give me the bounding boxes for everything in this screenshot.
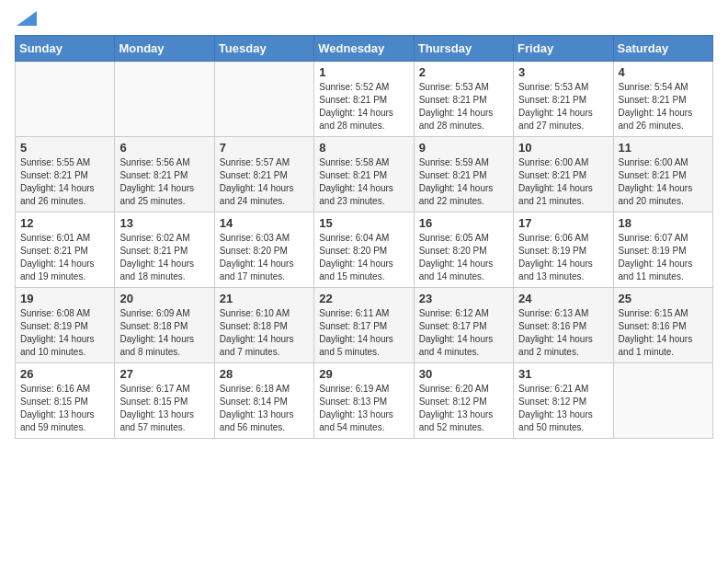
day-info: Sunrise: 6:01 AM Sunset: 8:21 PM Dayligh… [20,232,109,283]
day-info: Sunrise: 6:08 AM Sunset: 8:19 PM Dayligh… [20,307,109,359]
day-info: Sunrise: 6:21 AM Sunset: 8:12 PM Dayligh… [518,383,608,434]
calendar-cell: 8Sunrise: 5:58 AM Sunset: 8:21 PM Daylig… [314,137,414,213]
day-number: 16 [419,216,508,230]
day-number: 8 [319,141,408,155]
day-number: 13 [119,216,209,230]
calendar-header-row: SundayMondayTuesdayWednesdayThursdayFrid… [16,36,713,62]
calendar-week-row: 1Sunrise: 5:52 AM Sunset: 8:21 PM Daylig… [16,62,713,137]
calendar-cell: 19Sunrise: 6:08 AM Sunset: 8:19 PM Dayli… [16,288,115,363]
calendar-cell: 23Sunrise: 6:12 AM Sunset: 8:17 PM Dayli… [414,288,513,363]
calendar-cell [16,62,115,137]
logo [15,15,37,26]
calendar-cell [613,363,712,439]
calendar-cell: 1Sunrise: 5:52 AM Sunset: 8:21 PM Daylig… [314,62,414,137]
day-number: 10 [518,141,608,155]
svg-marker-0 [17,11,37,26]
calendar-cell: 14Sunrise: 6:03 AM Sunset: 8:20 PM Dayli… [214,213,313,288]
day-info: Sunrise: 6:15 AM Sunset: 8:16 PM Dayligh… [619,307,708,359]
day-info: Sunrise: 5:53 AM Sunset: 8:21 PM Dayligh… [419,81,508,132]
weekday-header: Wednesday [314,36,414,62]
day-info: Sunrise: 5:53 AM Sunset: 8:21 PM Dayligh… [518,81,608,132]
day-number: 2 [419,65,508,79]
calendar-body: 1Sunrise: 5:52 AM Sunset: 8:21 PM Daylig… [16,62,713,439]
day-info: Sunrise: 6:10 AM Sunset: 8:18 PM Dayligh… [220,307,309,359]
day-number: 26 [20,367,109,381]
day-info: Sunrise: 5:57 AM Sunset: 8:21 PM Dayligh… [220,156,309,208]
day-number: 4 [619,65,708,79]
weekday-header: Thursday [414,36,513,62]
calendar-cell: 18Sunrise: 6:07 AM Sunset: 8:19 PM Dayli… [613,213,712,288]
day-info: Sunrise: 6:00 AM Sunset: 8:21 PM Dayligh… [619,156,708,208]
calendar-cell: 28Sunrise: 6:18 AM Sunset: 8:14 PM Dayli… [214,363,313,439]
day-number: 1 [319,65,408,79]
weekday-header: Tuesday [214,36,313,62]
day-number: 15 [319,216,408,230]
day-number: 12 [20,216,109,230]
day-info: Sunrise: 5:54 AM Sunset: 8:21 PM Dayligh… [619,81,708,132]
calendar-cell: 2Sunrise: 5:53 AM Sunset: 8:21 PM Daylig… [414,62,513,137]
calendar-cell: 4Sunrise: 5:54 AM Sunset: 8:21 PM Daylig… [613,62,712,137]
calendar-cell: 29Sunrise: 6:19 AM Sunset: 8:13 PM Dayli… [314,363,414,439]
day-number: 11 [619,141,708,155]
calendar-cell: 31Sunrise: 6:21 AM Sunset: 8:12 PM Dayli… [514,363,613,439]
calendar-cell: 3Sunrise: 5:53 AM Sunset: 8:21 PM Daylig… [514,62,613,137]
weekday-header: Sunday [16,36,115,62]
day-info: Sunrise: 6:16 AM Sunset: 8:15 PM Dayligh… [20,383,109,434]
weekday-header: Friday [514,36,613,62]
day-number: 21 [220,292,309,305]
calendar-cell: 7Sunrise: 5:57 AM Sunset: 8:21 PM Daylig… [214,137,313,213]
calendar-week-row: 26Sunrise: 6:16 AM Sunset: 8:15 PM Dayli… [16,363,713,439]
day-number: 5 [20,141,109,155]
day-number: 24 [518,292,608,305]
calendar-cell: 20Sunrise: 6:09 AM Sunset: 8:18 PM Dayli… [115,288,214,363]
day-info: Sunrise: 6:07 AM Sunset: 8:19 PM Dayligh… [619,232,708,283]
calendar-cell: 13Sunrise: 6:02 AM Sunset: 8:21 PM Dayli… [115,213,214,288]
calendar-cell: 21Sunrise: 6:10 AM Sunset: 8:18 PM Dayli… [214,288,313,363]
day-info: Sunrise: 5:56 AM Sunset: 8:21 PM Dayligh… [119,156,209,208]
logo-icon [17,11,37,26]
day-info: Sunrise: 6:18 AM Sunset: 8:14 PM Dayligh… [220,383,309,434]
calendar-cell: 11Sunrise: 6:00 AM Sunset: 8:21 PM Dayli… [613,137,712,213]
calendar-cell: 24Sunrise: 6:13 AM Sunset: 8:16 PM Dayli… [514,288,613,363]
calendar-week-row: 19Sunrise: 6:08 AM Sunset: 8:19 PM Dayli… [16,288,713,363]
calendar-cell: 5Sunrise: 5:55 AM Sunset: 8:21 PM Daylig… [16,137,115,213]
calendar-cell: 12Sunrise: 6:01 AM Sunset: 8:21 PM Dayli… [16,213,115,288]
day-info: Sunrise: 6:02 AM Sunset: 8:21 PM Dayligh… [119,232,209,283]
day-info: Sunrise: 6:03 AM Sunset: 8:20 PM Dayligh… [220,232,309,283]
calendar-cell: 9Sunrise: 5:59 AM Sunset: 8:21 PM Daylig… [414,137,513,213]
calendar-table: SundayMondayTuesdayWednesdayThursdayFrid… [15,35,713,439]
day-number: 27 [119,367,209,381]
day-number: 29 [319,367,408,381]
page-header [15,15,713,26]
day-number: 3 [518,65,608,79]
day-info: Sunrise: 6:13 AM Sunset: 8:16 PM Dayligh… [518,307,608,359]
day-number: 6 [119,141,209,155]
day-number: 7 [220,141,309,155]
day-info: Sunrise: 6:11 AM Sunset: 8:17 PM Dayligh… [319,307,408,359]
calendar-cell: 10Sunrise: 6:00 AM Sunset: 8:21 PM Dayli… [514,137,613,213]
day-info: Sunrise: 6:12 AM Sunset: 8:17 PM Dayligh… [419,307,508,359]
day-number: 20 [119,292,209,305]
calendar-cell [115,62,214,137]
day-number: 9 [419,141,508,155]
day-info: Sunrise: 6:06 AM Sunset: 8:19 PM Dayligh… [518,232,608,283]
calendar-cell: 17Sunrise: 6:06 AM Sunset: 8:19 PM Dayli… [514,213,613,288]
weekday-header: Monday [115,36,214,62]
day-info: Sunrise: 6:00 AM Sunset: 8:21 PM Dayligh… [518,156,608,208]
calendar-cell: 30Sunrise: 6:20 AM Sunset: 8:12 PM Dayli… [414,363,513,439]
day-info: Sunrise: 6:04 AM Sunset: 8:20 PM Dayligh… [319,232,408,283]
day-info: Sunrise: 6:20 AM Sunset: 8:12 PM Dayligh… [419,383,508,434]
day-info: Sunrise: 5:52 AM Sunset: 8:21 PM Dayligh… [319,81,408,132]
day-number: 22 [319,292,408,305]
day-info: Sunrise: 6:17 AM Sunset: 8:15 PM Dayligh… [119,383,209,434]
day-number: 17 [518,216,608,230]
calendar-cell: 6Sunrise: 5:56 AM Sunset: 8:21 PM Daylig… [115,137,214,213]
calendar-cell: 26Sunrise: 6:16 AM Sunset: 8:15 PM Dayli… [16,363,115,439]
calendar-cell: 27Sunrise: 6:17 AM Sunset: 8:15 PM Dayli… [115,363,214,439]
day-number: 30 [419,367,508,381]
calendar-week-row: 5Sunrise: 5:55 AM Sunset: 8:21 PM Daylig… [16,137,713,213]
weekday-header: Saturday [613,36,712,62]
calendar-week-row: 12Sunrise: 6:01 AM Sunset: 8:21 PM Dayli… [16,213,713,288]
day-info: Sunrise: 6:19 AM Sunset: 8:13 PM Dayligh… [319,383,408,434]
day-number: 18 [619,216,708,230]
